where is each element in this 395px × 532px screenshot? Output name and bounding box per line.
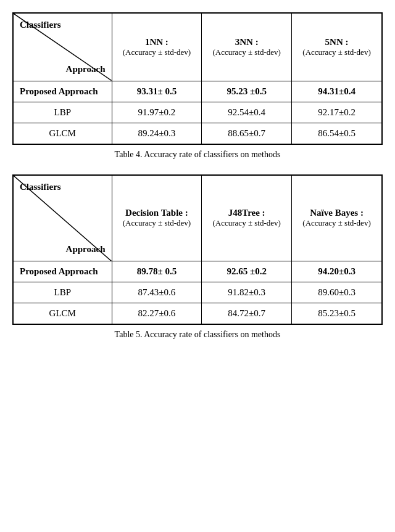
table5-row1-label: Proposed Approach (13, 261, 112, 282)
table5-caption: Table 5. Accuracy rate of classifiers on… (12, 330, 383, 340)
table5-row2-val3: 89.60±0.3 (292, 282, 382, 303)
table4-col1-sub: (Accuracy ± std-dev) (116, 47, 198, 57)
table4-col2-label: 3NN : (206, 37, 288, 47)
table4-row3-val1: 89.24±0.3 (112, 123, 202, 144)
table4-row2-label: LBP (13, 102, 112, 123)
table4-caption: Table 4. Accuracy rate of classifiers on… (12, 150, 383, 160)
table5-row1: Proposed Approach 89.78± 0.5 92.65 ±0.2 … (13, 261, 382, 282)
table4-row3-val3: 86.54±0.5 (292, 123, 382, 144)
table4-col3-sub: (Accuracy ± std-dev) (296, 47, 378, 57)
table4-row2-val2: 92.54±0.4 (202, 102, 292, 123)
table4-col3-header: 5NN : (Accuracy ± std-dev) (292, 13, 382, 81)
table4-row1: Proposed Approach 93.31± 0.5 95.23 ±0.5 … (13, 81, 382, 102)
table5-col3-label: Naïve Bayes : (296, 208, 378, 218)
table4-row3: GLCM 89.24±0.3 88.65±0.7 86.54±0.5 (13, 123, 382, 144)
table5-row1-val2: 92.65 ±0.2 (202, 261, 292, 282)
table5-row3: GLCM 82.27±0.6 84.72±0.7 85.23±0.5 (13, 303, 382, 325)
table5-corner-cell: Classifiers Approach (13, 175, 112, 261)
table4-row1-val3: 94.31±0.4 (292, 81, 382, 102)
table5-classifiers-label: Classifiers (20, 182, 61, 192)
table4-row2: LBP 91.97±0.2 92.54±0.4 92.17±0.2 (13, 102, 382, 123)
table5-col3-header: Naïve Bayes : (Accuracy ± std-dev) (292, 175, 382, 261)
table5: Classifiers Approach Decision Table : (A… (12, 174, 383, 325)
table4-row3-val2: 88.65±0.7 (202, 123, 292, 144)
table5-approach-label: Approach (66, 244, 106, 255)
table5-col1-label: Decision Table : (116, 208, 198, 218)
table5-col1-sub: (Accuracy ± std-dev) (116, 218, 198, 228)
table4-corner-cell: Classifiers Approach (13, 13, 112, 81)
table5-row3-label: GLCM (13, 303, 112, 325)
table4-wrapper: Classifiers Approach 1NN : (Accuracy ± s… (12, 12, 383, 160)
table4: Classifiers Approach 1NN : (Accuracy ± s… (12, 12, 383, 145)
table5-row1-val3: 94.20±0.3 (292, 261, 382, 282)
table5-row2-val2: 91.82±0.3 (202, 282, 292, 303)
table4-row1-val2: 95.23 ±0.5 (202, 81, 292, 102)
approach-label: Approach (66, 64, 106, 75)
table5-row3-val1: 82.27±0.6 (112, 303, 202, 325)
table4-col1-label: 1NN : (116, 37, 198, 47)
table5-col2-label: J48Tree : (206, 208, 288, 218)
classifiers-label: Classifiers (20, 20, 61, 30)
table4-row1-label: Proposed Approach (13, 81, 112, 102)
table4-row2-val1: 91.97±0.2 (112, 102, 202, 123)
table5-row3-val3: 85.23±0.5 (292, 303, 382, 325)
table4-row2-val3: 92.17±0.2 (292, 102, 382, 123)
table5-row2-val1: 87.43±0.6 (112, 282, 202, 303)
table4-col2-header: 3NN : (Accuracy ± std-dev) (202, 13, 292, 81)
table4-row3-label: GLCM (13, 123, 112, 144)
table5-row2-label: LBP (13, 282, 112, 303)
table4-col3-label: 5NN : (296, 37, 378, 47)
table5-col3-sub: (Accuracy ± std-dev) (296, 218, 378, 228)
table5-col1-header: Decision Table : (Accuracy ± std-dev) (112, 175, 202, 261)
table4-row1-val1: 93.31± 0.5 (112, 81, 202, 102)
table5-row2: LBP 87.43±0.6 91.82±0.3 89.60±0.3 (13, 282, 382, 303)
table5-wrapper: Classifiers Approach Decision Table : (A… (12, 174, 383, 340)
table5-col2-sub: (Accuracy ± std-dev) (206, 218, 288, 228)
table5-row1-val1: 89.78± 0.5 (112, 261, 202, 282)
table5-col2-header: J48Tree : (Accuracy ± std-dev) (202, 175, 292, 261)
table4-col2-sub: (Accuracy ± std-dev) (206, 47, 288, 57)
table4-col1-header: 1NN : (Accuracy ± std-dev) (112, 13, 202, 81)
table5-row3-val2: 84.72±0.7 (202, 303, 292, 325)
